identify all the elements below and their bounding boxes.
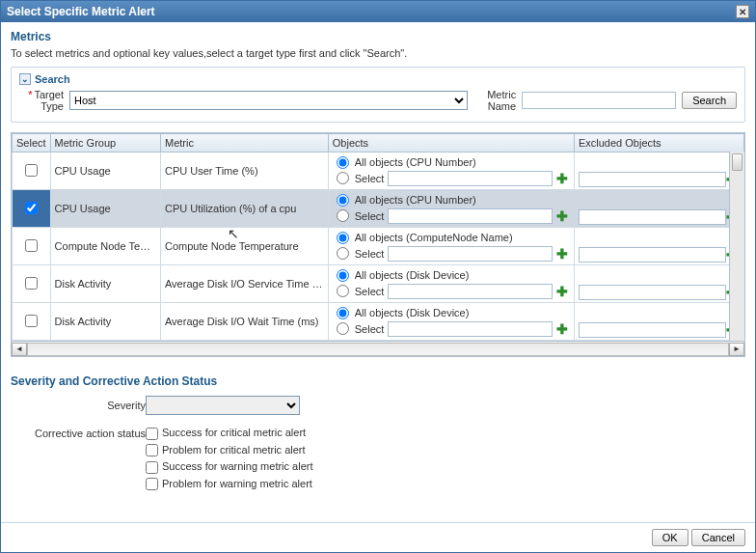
target-type-select[interactable]: Host (69, 91, 468, 110)
table-row[interactable]: CPU UsageCPU User Time (%)All objects (C… (13, 152, 744, 190)
cell-objects: All objects (CPU Number)Select✚ (328, 152, 574, 190)
cell-metric: CPU Utilization (%) of a cpu (160, 190, 328, 228)
cell-group: CPU Usage (50, 190, 160, 228)
table-row[interactable]: CPU UsageCPU Utilization (%) of a cpuAll… (13, 190, 744, 228)
cell-group: Compute Node Temperature (50, 228, 160, 265)
all-objects-radio[interactable] (337, 232, 349, 244)
cell-metric: Average Disk I/O Service Time (ms) (160, 265, 328, 303)
cell-excluded: ✚ (574, 190, 743, 228)
ok-button[interactable]: OK (652, 529, 688, 546)
col-select: Select (13, 134, 51, 152)
row-select-checkbox[interactable] (25, 239, 38, 252)
cancel-button[interactable]: Cancel (691, 529, 745, 546)
table-row[interactable]: Disk ActivityAverage Disk I/O Wait Time … (13, 303, 744, 341)
row-select-checkbox[interactable] (25, 277, 38, 290)
corrective-action-checkbox[interactable] (146, 444, 158, 456)
cell-excluded: ✚ (574, 265, 743, 303)
corrective-action-label: Corrective action status (11, 427, 146, 494)
severity-label: Severity (11, 400, 146, 411)
corrective-action-checkbox[interactable] (146, 478, 158, 490)
select-objects-label: Select (355, 210, 385, 222)
corrective-action-option[interactable]: Success for critical metric alert (146, 427, 313, 440)
row-select-checkbox[interactable] (25, 202, 38, 214)
target-type-label: *Target Type (19, 89, 64, 112)
dialog-titlebar: Select Specific Metric Alert ✕ (1, 1, 755, 22)
search-button[interactable]: Search (682, 92, 737, 109)
all-objects-label: All objects (CPU Number) (355, 156, 476, 168)
severity-select[interactable] (146, 396, 300, 415)
cell-metric: Average Disk I/O Wait Time (ms) (160, 303, 328, 341)
select-objects-label: Select (355, 323, 385, 335)
add-icon[interactable]: ✚ (556, 246, 568, 262)
all-objects-radio[interactable] (337, 194, 349, 207)
add-icon[interactable]: ✚ (556, 208, 568, 224)
scrollbar-track[interactable] (27, 343, 729, 356)
all-objects-radio[interactable] (337, 156, 349, 169)
add-icon[interactable]: ✚ (556, 284, 568, 299)
close-icon[interactable]: ✕ (736, 5, 749, 18)
select-objects-input[interactable] (388, 208, 553, 224)
all-objects-radio[interactable] (337, 307, 349, 319)
cell-group: Disk Activity (50, 265, 160, 303)
select-objects-radio[interactable] (337, 172, 349, 184)
corrective-action-option[interactable]: Problem for critical metric alert (146, 444, 313, 457)
corrective-action-option[interactable]: Success for warning metric alert (146, 460, 313, 474)
table-row[interactable]: Compute Node TemperatureCompute Node Tem… (13, 228, 744, 265)
dialog-footer: OK Cancel (1, 522, 755, 552)
cell-objects: All objects (ComputeNode Name)Select✚ (328, 228, 574, 265)
excluded-objects-input[interactable] (579, 285, 726, 300)
all-objects-label: All objects (CPU Number) (355, 194, 476, 206)
excluded-objects-input[interactable] (579, 322, 726, 338)
vertical-scrollbar[interactable] (729, 152, 744, 341)
severity-heading: Severity and Corrective Action Status (11, 374, 745, 388)
col-objects: Objects (328, 134, 574, 152)
metrics-desc: To select metrics and optional key value… (11, 47, 745, 59)
col-excluded: Excluded Objects (574, 134, 743, 152)
add-icon[interactable]: ✚ (556, 321, 568, 337)
cell-group: CPU Usage (50, 152, 160, 190)
select-objects-radio[interactable] (337, 247, 349, 260)
row-select-checkbox[interactable] (25, 315, 38, 327)
select-objects-radio[interactable] (337, 209, 349, 222)
row-select-checkbox[interactable] (25, 164, 38, 177)
excluded-objects-input[interactable] (579, 247, 726, 263)
all-objects-radio[interactable] (337, 269, 349, 282)
select-objects-radio[interactable] (337, 285, 349, 297)
corrective-action-checkbox[interactable] (146, 428, 158, 440)
corrective-action-options: Success for critical metric alertProblem… (146, 427, 313, 494)
corrective-action-checkbox[interactable] (146, 461, 158, 474)
search-heading: Search (35, 73, 70, 85)
horizontal-scrollbar[interactable]: ◄ ► (12, 341, 744, 356)
search-disclosure[interactable]: ⌄ Search (19, 73, 737, 85)
select-objects-radio[interactable] (337, 322, 349, 335)
corrective-action-option[interactable]: Problem for warning metric alert (146, 478, 313, 491)
add-icon[interactable]: ✚ (556, 171, 568, 186)
excluded-objects-input[interactable] (579, 209, 726, 225)
cell-objects: All objects (CPU Number)Select✚ (328, 190, 574, 228)
grid-header-row: Select Metric Group Metric Objects Exclu… (13, 134, 744, 152)
col-group: Metric Group (50, 134, 160, 152)
severity-section: Severity and Corrective Action Status Se… (11, 374, 745, 498)
select-objects-input[interactable] (388, 171, 553, 186)
dialog-content: Metrics To select metrics and optional k… (1, 22, 755, 522)
search-panel: ⌄ Search *Target Type Host Metric Name S… (11, 67, 745, 123)
select-objects-input[interactable] (388, 321, 553, 337)
metrics-heading: Metrics (11, 30, 745, 43)
metrics-grid: Select Metric Group Metric Objects Exclu… (11, 132, 745, 357)
severity-row: Severity (11, 396, 745, 415)
scroll-left-icon[interactable]: ◄ (12, 343, 27, 356)
table-row[interactable]: Disk ActivityAverage Disk I/O Service Ti… (13, 265, 744, 303)
col-metric: Metric (160, 134, 328, 152)
select-objects-input[interactable] (388, 284, 553, 299)
cell-metric: CPU User Time (%) (160, 152, 328, 190)
cell-excluded: ✚ (574, 228, 743, 265)
select-objects-label: Select (355, 173, 385, 184)
metric-name-input[interactable] (522, 92, 676, 109)
all-objects-label: All objects (ComputeNode Name) (355, 232, 513, 243)
excluded-objects-input[interactable] (579, 172, 726, 187)
select-objects-label: Select (355, 286, 385, 297)
select-objects-input[interactable] (388, 246, 553, 262)
scrollbar-thumb[interactable] (732, 153, 742, 171)
dialog-title: Select Specific Metric Alert (7, 5, 155, 18)
scroll-right-icon[interactable]: ► (729, 343, 744, 356)
